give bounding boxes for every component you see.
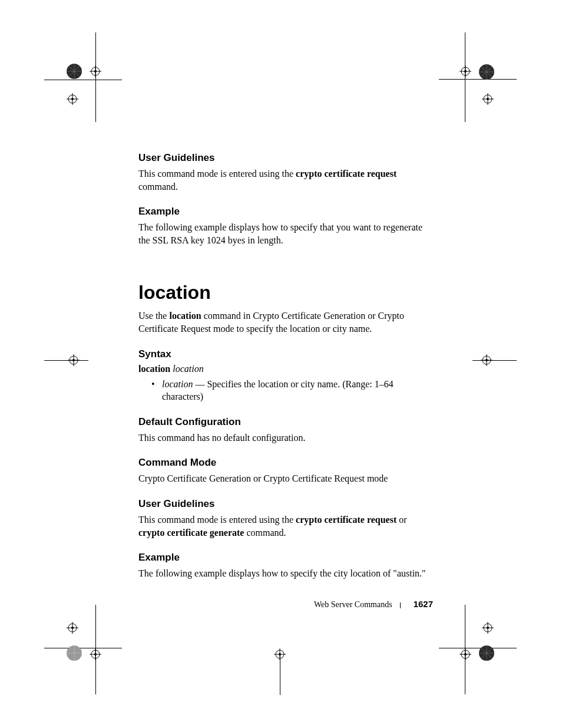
svg-point-53 [461, 650, 470, 658]
svg-point-30 [482, 356, 491, 364]
svg-point-16 [464, 70, 467, 73]
svg-point-8 [94, 70, 97, 73]
registration-mark-icon [67, 622, 78, 634]
heading-syntax: Syntax [138, 348, 433, 360]
registration-mark-icon [65, 644, 83, 662]
heading-user-guidelines: User Guidelines [138, 498, 433, 510]
registration-mark-icon [67, 93, 78, 105]
registration-mark-icon [459, 648, 471, 660]
svg-point-48 [279, 653, 281, 655]
registration-mark-icon [478, 644, 495, 662]
text: — Specifies the location or city name. (… [162, 379, 394, 402]
bullet-text: location — Specifies the location or cit… [162, 378, 433, 403]
svg-point-56 [464, 653, 467, 655]
svg-point-57 [479, 645, 494, 661]
bullet-icon: • [151, 378, 162, 403]
svg-line-20 [481, 67, 492, 77]
section-name: Web Server Commands [314, 600, 392, 609]
body-text: This command has no default configuratio… [138, 431, 433, 444]
svg-point-5 [91, 67, 100, 75]
body-text: This command mode is entered using the c… [138, 167, 433, 193]
text: This command mode is entered using the [138, 515, 296, 525]
registration-mark-icon [274, 648, 286, 660]
page-number: 1627 [414, 599, 433, 609]
registration-mark-icon [478, 63, 495, 81]
syntax-keyword: location [138, 364, 170, 374]
svg-point-33 [485, 359, 488, 361]
page-content: User Guidelines This command mode is ent… [138, 152, 433, 593]
command-name: crypto certificate request [296, 169, 396, 179]
body-text: Crypto Certificate Generation or Crypto … [138, 472, 433, 485]
svg-line-4 [69, 66, 80, 77]
heading-default-config: Default Configuration [138, 416, 433, 428]
body-text: The following example displays how to sp… [138, 221, 433, 246]
command-title: location [138, 282, 433, 304]
registration-mark-icon [481, 354, 492, 366]
heading-example: Example [138, 206, 433, 218]
svg-point-25 [487, 98, 489, 100]
registration-mark-icon [482, 93, 494, 105]
text: or [396, 515, 406, 525]
svg-point-38 [67, 645, 82, 661]
command-name: location [169, 311, 201, 321]
svg-point-37 [71, 627, 74, 629]
svg-line-3 [69, 66, 80, 77]
svg-point-44 [94, 653, 97, 655]
syntax-arg: location [173, 364, 203, 374]
svg-point-26 [70, 356, 78, 364]
svg-point-41 [91, 650, 100, 658]
svg-point-34 [68, 624, 77, 632]
body-text: The following example displays how to sp… [138, 567, 433, 580]
registration-mark-icon [68, 354, 80, 366]
registration-mark-icon [482, 622, 494, 634]
divider-icon [400, 602, 401, 608]
svg-point-49 [484, 624, 492, 632]
text: This command mode is entered using the [138, 169, 296, 179]
bullet-item: • location — Specifies the location or c… [138, 378, 433, 403]
registration-mark-icon [459, 65, 471, 77]
command-name: crypto certificate generate [138, 528, 244, 538]
body-text: This command mode is entered using the c… [138, 513, 433, 539]
heading-example: Example [138, 552, 433, 564]
registration-mark-icon [90, 648, 101, 660]
page-footer: Web Server Commands 1627 [0, 599, 433, 610]
svg-point-22 [484, 95, 492, 103]
registration-mark-icon [65, 62, 83, 80]
svg-point-29 [72, 359, 75, 361]
heading-command-mode: Command Mode [138, 457, 433, 469]
syntax-arg: location [162, 379, 193, 389]
text: Use the [138, 311, 169, 321]
registration-mark-icon [90, 65, 101, 77]
syntax-line: location location [138, 364, 433, 374]
svg-line-61 [481, 648, 492, 658]
body-text: Use the location command in Crypto Certi… [138, 309, 433, 335]
command-name: crypto certificate request [296, 515, 396, 525]
svg-point-17 [479, 64, 494, 80]
svg-point-52 [487, 627, 489, 629]
svg-point-45 [276, 650, 284, 658]
svg-point-12 [71, 98, 74, 100]
svg-point-0 [67, 64, 82, 79]
text: command. [138, 182, 178, 192]
svg-point-9 [68, 95, 77, 103]
text: command. [244, 528, 286, 538]
svg-line-21 [481, 67, 492, 77]
heading-user-guidelines: User Guidelines [138, 152, 433, 164]
svg-point-13 [461, 67, 470, 75]
svg-line-60 [481, 648, 492, 658]
